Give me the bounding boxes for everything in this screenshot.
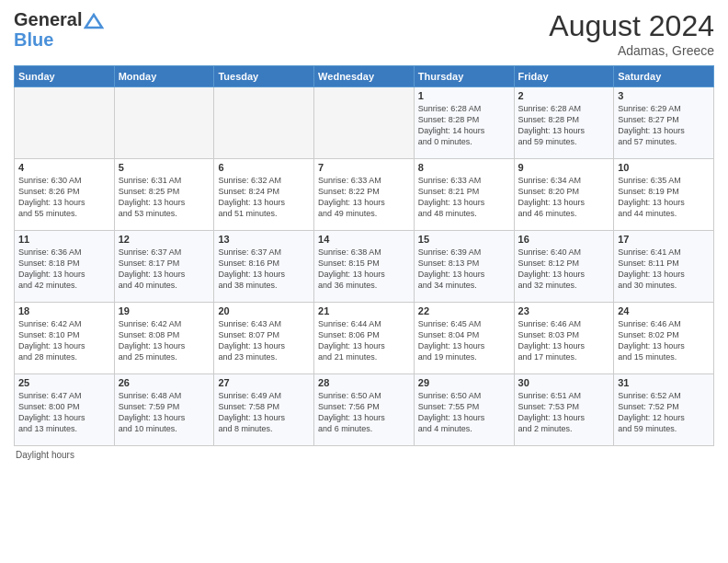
- day-info: Sunrise: 6:30 AMSunset: 8:26 PMDaylight:…: [18, 175, 110, 220]
- day-number: 28: [318, 377, 410, 388]
- calendar-cell: 23Sunrise: 6:46 AMSunset: 8:03 PMDayligh…: [514, 303, 614, 374]
- page-container: General Blue August 2024 Adamas, Greece …: [0, 0, 728, 465]
- day-info: Sunrise: 6:51 AMSunset: 7:53 PMDaylight:…: [518, 390, 610, 435]
- col-sunday: Sunday: [15, 66, 115, 87]
- day-number: 3: [618, 90, 710, 101]
- day-number: 8: [418, 162, 510, 173]
- svg-marker-0: [85, 15, 102, 28]
- footer-note: Daylight hours: [14, 450, 714, 460]
- calendar-cell: 10Sunrise: 6:35 AMSunset: 8:19 PMDayligh…: [614, 159, 714, 231]
- day-number: 11: [18, 234, 110, 245]
- calendar-week-3: 11Sunrise: 6:36 AMSunset: 8:18 PMDayligh…: [15, 231, 714, 303]
- col-tuesday: Tuesday: [214, 66, 314, 87]
- calendar-cell: 6Sunrise: 6:32 AMSunset: 8:24 PMDaylight…: [214, 159, 314, 231]
- calendar-cell: 8Sunrise: 6:33 AMSunset: 8:21 PMDaylight…: [414, 159, 514, 231]
- calendar-cell: 20Sunrise: 6:43 AMSunset: 8:07 PMDayligh…: [214, 303, 314, 374]
- calendar-cell: 30Sunrise: 6:51 AMSunset: 7:53 PMDayligh…: [514, 374, 614, 446]
- month-year: August 2024: [549, 9, 714, 43]
- calendar-cell: 31Sunrise: 6:52 AMSunset: 7:52 PMDayligh…: [614, 374, 714, 446]
- col-saturday: Saturday: [614, 66, 714, 87]
- calendar-cell: 26Sunrise: 6:48 AMSunset: 7:59 PMDayligh…: [114, 374, 214, 446]
- day-info: Sunrise: 6:49 AMSunset: 7:58 PMDaylight:…: [218, 390, 310, 435]
- header: General Blue August 2024 Adamas, Greece: [14, 9, 714, 58]
- day-number: 29: [418, 377, 510, 388]
- day-number: 23: [518, 305, 610, 316]
- col-wednesday: Wednesday: [314, 66, 415, 87]
- day-number: 14: [318, 234, 410, 245]
- title-block: August 2024 Adamas, Greece: [549, 9, 714, 58]
- day-number: 26: [119, 377, 210, 388]
- day-info: Sunrise: 6:40 AMSunset: 8:12 PMDaylight:…: [518, 247, 610, 292]
- calendar-cell: 19Sunrise: 6:42 AMSunset: 8:08 PMDayligh…: [114, 303, 214, 374]
- calendar-cell: 25Sunrise: 6:47 AMSunset: 8:00 PMDayligh…: [15, 374, 115, 446]
- day-info: Sunrise: 6:32 AMSunset: 8:24 PMDaylight:…: [218, 175, 310, 220]
- day-number: 1: [418, 90, 510, 101]
- calendar-cell: 15Sunrise: 6:39 AMSunset: 8:13 PMDayligh…: [414, 231, 514, 303]
- day-number: 27: [218, 377, 310, 388]
- calendar-cell: 1Sunrise: 6:28 AMSunset: 8:28 PMDaylight…: [414, 87, 514, 159]
- calendar-cell: [214, 87, 314, 159]
- day-info: Sunrise: 6:37 AMSunset: 8:16 PMDaylight:…: [218, 247, 310, 292]
- header-row: Sunday Monday Tuesday Wednesday Thursday…: [15, 66, 714, 87]
- day-info: Sunrise: 6:29 AMSunset: 8:27 PMDaylight:…: [618, 103, 710, 148]
- calendar-cell: 17Sunrise: 6:41 AMSunset: 8:11 PMDayligh…: [614, 231, 714, 303]
- day-info: Sunrise: 6:36 AMSunset: 8:18 PMDaylight:…: [18, 247, 110, 292]
- day-info: Sunrise: 6:33 AMSunset: 8:21 PMDaylight:…: [418, 175, 510, 220]
- day-info: Sunrise: 6:42 AMSunset: 8:08 PMDaylight:…: [119, 318, 210, 363]
- day-number: 16: [518, 234, 610, 245]
- calendar-cell: 12Sunrise: 6:37 AMSunset: 8:17 PMDayligh…: [114, 231, 214, 303]
- col-monday: Monday: [114, 66, 214, 87]
- day-number: 17: [618, 234, 710, 245]
- calendar-cell: 16Sunrise: 6:40 AMSunset: 8:12 PMDayligh…: [514, 231, 614, 303]
- day-info: Sunrise: 6:50 AMSunset: 7:56 PMDaylight:…: [318, 390, 410, 435]
- calendar-table: Sunday Monday Tuesday Wednesday Thursday…: [14, 65, 714, 446]
- calendar-cell: [15, 87, 115, 159]
- calendar-week-4: 18Sunrise: 6:42 AMSunset: 8:10 PMDayligh…: [15, 303, 714, 374]
- day-number: 7: [318, 162, 410, 173]
- day-info: Sunrise: 6:33 AMSunset: 8:22 PMDaylight:…: [318, 175, 410, 220]
- day-info: Sunrise: 6:39 AMSunset: 8:13 PMDaylight:…: [418, 247, 510, 292]
- day-number: 15: [418, 234, 510, 245]
- calendar-cell: 4Sunrise: 6:30 AMSunset: 8:26 PMDaylight…: [15, 159, 115, 231]
- day-info: Sunrise: 6:34 AMSunset: 8:20 PMDaylight:…: [518, 175, 610, 220]
- calendar-cell: 24Sunrise: 6:46 AMSunset: 8:02 PMDayligh…: [614, 303, 714, 374]
- day-info: Sunrise: 6:37 AMSunset: 8:17 PMDaylight:…: [119, 247, 210, 292]
- day-number: 13: [218, 234, 310, 245]
- calendar-week-2: 4Sunrise: 6:30 AMSunset: 8:26 PMDaylight…: [15, 159, 714, 231]
- calendar-cell: 3Sunrise: 6:29 AMSunset: 8:27 PMDaylight…: [614, 87, 714, 159]
- day-info: Sunrise: 6:28 AMSunset: 8:28 PMDaylight:…: [518, 103, 610, 148]
- day-info: Sunrise: 6:41 AMSunset: 8:11 PMDaylight:…: [618, 247, 710, 292]
- day-number: 20: [218, 305, 310, 316]
- day-info: Sunrise: 6:46 AMSunset: 8:03 PMDaylight:…: [518, 318, 610, 363]
- location: Adamas, Greece: [549, 43, 714, 58]
- day-number: 24: [618, 305, 710, 316]
- day-number: 2: [518, 90, 610, 101]
- day-info: Sunrise: 6:42 AMSunset: 8:10 PMDaylight:…: [18, 318, 110, 363]
- calendar-cell: 5Sunrise: 6:31 AMSunset: 8:25 PMDaylight…: [114, 159, 214, 231]
- calendar-cell: 27Sunrise: 6:49 AMSunset: 7:58 PMDayligh…: [214, 374, 314, 446]
- day-info: Sunrise: 6:46 AMSunset: 8:02 PMDaylight:…: [618, 318, 710, 363]
- day-info: Sunrise: 6:38 AMSunset: 8:15 PMDaylight:…: [318, 247, 410, 292]
- day-info: Sunrise: 6:47 AMSunset: 8:00 PMDaylight:…: [18, 390, 110, 435]
- calendar-cell: 9Sunrise: 6:34 AMSunset: 8:20 PMDaylight…: [514, 159, 614, 231]
- day-number: 22: [418, 305, 510, 316]
- logo-icon: [84, 13, 104, 29]
- day-number: 19: [119, 305, 210, 316]
- logo: General Blue: [14, 9, 104, 50]
- col-friday: Friday: [514, 66, 614, 87]
- calendar-cell: 21Sunrise: 6:44 AMSunset: 8:06 PMDayligh…: [314, 303, 415, 374]
- day-number: 10: [618, 162, 710, 173]
- calendar-week-1: 1Sunrise: 6:28 AMSunset: 8:28 PMDaylight…: [15, 87, 714, 159]
- calendar-cell: 29Sunrise: 6:50 AMSunset: 7:55 PMDayligh…: [414, 374, 514, 446]
- logo-text: General: [14, 9, 104, 29]
- day-info: Sunrise: 6:28 AMSunset: 8:28 PMDaylight:…: [418, 103, 510, 148]
- day-info: Sunrise: 6:45 AMSunset: 8:04 PMDaylight:…: [418, 318, 510, 363]
- calendar-cell: 28Sunrise: 6:50 AMSunset: 7:56 PMDayligh…: [314, 374, 415, 446]
- calendar-cell: 7Sunrise: 6:33 AMSunset: 8:22 PMDaylight…: [314, 159, 415, 231]
- calendar-cell: 18Sunrise: 6:42 AMSunset: 8:10 PMDayligh…: [15, 303, 115, 374]
- calendar-cell: 2Sunrise: 6:28 AMSunset: 8:28 PMDaylight…: [514, 87, 614, 159]
- calendar-week-5: 25Sunrise: 6:47 AMSunset: 8:00 PMDayligh…: [15, 374, 714, 446]
- day-number: 30: [518, 377, 610, 388]
- day-info: Sunrise: 6:52 AMSunset: 7:52 PMDaylight:…: [618, 390, 710, 435]
- day-info: Sunrise: 6:50 AMSunset: 7:55 PMDaylight:…: [418, 390, 510, 435]
